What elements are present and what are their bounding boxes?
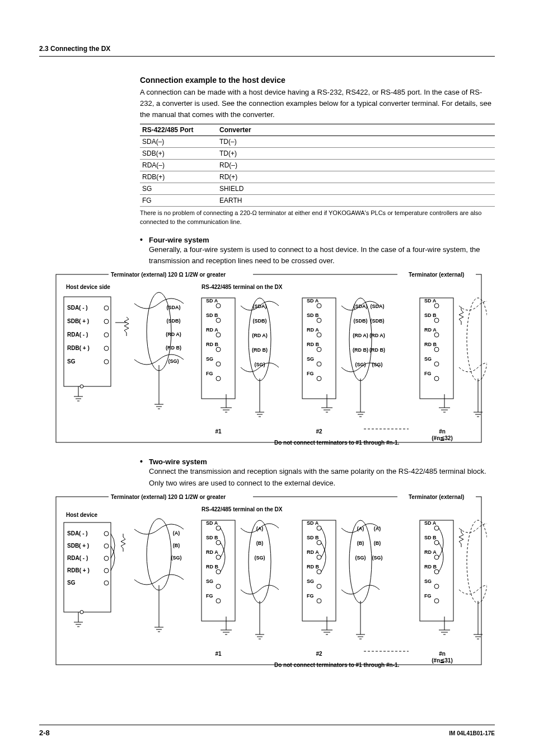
svg-text:RD  A: RD A — [307, 549, 319, 555]
svg-text:(A): (A) — [357, 526, 364, 531]
svg-text:FG: FG — [307, 593, 314, 599]
svg-point-118 — [216, 526, 221, 530]
svg-text:Do not connect terminators to : Do not connect terminators to #1 through… — [274, 440, 400, 446]
svg-point-48 — [317, 304, 321, 308]
svg-text:#2: #2 — [316, 428, 322, 435]
svg-text:RD  A: RD A — [424, 549, 437, 555]
two-wire-heading: • Two-wire system — [140, 457, 495, 466]
svg-point-105 — [104, 556, 109, 561]
svg-text:#1: #1 — [215, 428, 222, 435]
bullet-icon: • — [140, 235, 149, 244]
svg-text:(RD A): (RD A) — [369, 333, 385, 338]
svg-text:(#n≦31): (#n≦31) — [432, 657, 452, 664]
table-row: RDB(+)RD(+) — [140, 171, 495, 183]
svg-point-101 — [104, 531, 109, 536]
svg-text:RD  B: RD B — [424, 342, 437, 347]
svg-text:RDB( + ): RDB( + ) — [67, 345, 90, 351]
svg-point-32 — [216, 333, 221, 337]
svg-point-154 — [434, 526, 439, 530]
svg-text:SG: SG — [206, 578, 213, 584]
svg-text:SG: SG — [307, 578, 314, 584]
svg-text:RDB( + ): RDB( + ) — [67, 567, 90, 573]
svg-text:(RD B): (RD B) — [353, 347, 368, 353]
svg-text:SD  B: SD B — [424, 535, 437, 540]
svg-point-11 — [104, 319, 109, 324]
svg-point-109 — [104, 581, 109, 585]
svg-point-160 — [434, 570, 439, 574]
svg-text:RS-422/485 terminal on the DX: RS-422/485 terminal on the DX — [202, 506, 283, 512]
svg-text:#1: #1 — [215, 651, 222, 657]
svg-point-103 — [104, 544, 109, 548]
svg-text:Terminator (external) 120 Ω 1/: Terminator (external) 120 Ω 1/2W or grea… — [111, 272, 226, 278]
svg-point-13 — [104, 333, 109, 337]
svg-point-52 — [317, 333, 321, 337]
table-row: FGEARTH — [140, 195, 495, 207]
svg-text:SG: SG — [206, 356, 213, 362]
svg-point-142 — [317, 570, 321, 574]
svg-point-110 — [80, 610, 83, 614]
svg-point-156 — [434, 540, 439, 545]
svg-text:#n: #n — [439, 651, 446, 657]
svg-text:(SDB): (SDB) — [354, 318, 368, 324]
document-id: IM 04L41B01-17E — [449, 730, 495, 736]
svg-text:RD  A: RD A — [206, 327, 218, 333]
svg-text:(SG): (SG) — [355, 362, 366, 367]
svg-text:(A): (A) — [256, 526, 264, 531]
svg-text:SD  A: SD A — [206, 520, 218, 526]
svg-text:(A): (A) — [374, 526, 381, 531]
svg-text:SD  B: SD B — [206, 535, 218, 540]
svg-text:(RD A): (RD A) — [252, 333, 268, 338]
four-wire-diagram: Terminator (external) 120 Ω 1/2W or grea… — [140, 272, 495, 448]
svg-point-144 — [317, 584, 321, 589]
svg-text:(SDB): (SDB) — [167, 318, 181, 324]
svg-text:Terminator (external) 120 Ω 1/: Terminator (external) 120 Ω 1/2W or grea… — [111, 494, 226, 500]
svg-text:FG: FG — [206, 593, 213, 599]
svg-point-30 — [216, 318, 221, 323]
svg-text:(SG): (SG) — [171, 555, 182, 561]
svg-text:RD  B: RD B — [307, 342, 319, 347]
svg-rect-0 — [56, 274, 481, 442]
svg-text:(SG): (SG) — [372, 555, 383, 561]
conn-title: Connection example to the host device — [140, 76, 495, 85]
svg-text:(SG): (SG) — [372, 362, 383, 367]
svg-text:RDA( - ): RDA( - ) — [67, 332, 88, 338]
svg-text:SD  B: SD B — [307, 312, 319, 318]
svg-text:(B): (B) — [256, 540, 264, 546]
svg-text:SD  B: SD B — [206, 312, 218, 318]
svg-text:SDB( + ): SDB( + ) — [67, 318, 89, 324]
svg-text:Terminator (external): Terminator (external) — [409, 494, 464, 500]
svg-point-146 — [317, 599, 321, 603]
svg-text:SD  A: SD A — [307, 298, 319, 304]
svg-point-38 — [216, 376, 221, 381]
svg-point-18 — [80, 385, 83, 388]
svg-text:SG: SG — [67, 358, 76, 365]
svg-text:FG: FG — [307, 371, 314, 376]
four-wire-paragraph: Generally, a four-wire system is used to… — [149, 244, 495, 267]
svg-text:SDB( + ): SDB( + ) — [67, 543, 89, 549]
svg-text:(SDA): (SDA) — [371, 304, 385, 309]
svg-text:(SDA): (SDA) — [167, 305, 181, 310]
svg-point-72 — [434, 333, 439, 337]
port-mapping-table: RS-422/485 Port Converter SDA(–)TD(–) SD… — [140, 124, 495, 207]
page-number: 2-8 — [39, 729, 50, 737]
conn-paragraph: A connection can be made with a host dev… — [140, 87, 495, 120]
svg-text:(B): (B) — [173, 543, 180, 548]
svg-point-136 — [317, 526, 321, 530]
bullet-icon: • — [140, 457, 149, 466]
svg-text:SG: SG — [307, 356, 314, 362]
svg-text:SD  B: SD B — [424, 312, 437, 318]
svg-text:RD  B: RD B — [307, 564, 319, 570]
table-row: RDA(–)RD(–) — [140, 160, 495, 171]
svg-text:SG: SG — [424, 578, 432, 584]
svg-text:(B): (B) — [357, 540, 364, 546]
svg-text:SDA( - ): SDA( - ) — [67, 530, 88, 536]
svg-text:SD  A: SD A — [424, 298, 437, 304]
svg-text:SD  A: SD A — [307, 520, 319, 526]
svg-point-138 — [317, 540, 321, 545]
svg-point-28 — [216, 304, 221, 308]
svg-text:(A): (A) — [173, 530, 180, 536]
svg-point-50 — [317, 318, 321, 323]
page-footer: 2-8 IM 04L41B01-17E — [39, 725, 495, 737]
svg-text:(SG): (SG) — [168, 358, 179, 364]
svg-point-9 — [104, 306, 109, 310]
